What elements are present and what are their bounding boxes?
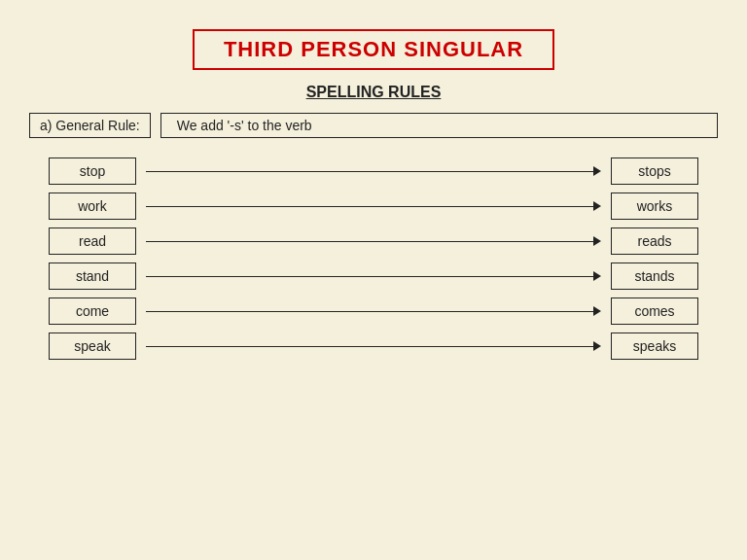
section-subtitle: SPELLING RULES: [306, 84, 442, 101]
general-rule-label: a) General Rule:: [29, 113, 151, 138]
title-box: THIRD PERSON SINGULAR: [193, 29, 554, 70]
arrow-head-icon: [593, 166, 601, 176]
verb-row: readreads: [49, 228, 698, 255]
verb-row: comecomes: [49, 298, 698, 325]
result-verb-box: reads: [611, 228, 698, 255]
arrow-head-icon: [593, 236, 601, 246]
base-verb-box: stop: [49, 158, 136, 185]
base-verb-box: work: [49, 192, 136, 220]
result-verb-box: works: [611, 192, 698, 220]
arrow-head-icon: [593, 341, 601, 351]
arrow-head-icon: [593, 271, 601, 281]
arrow-line: [146, 271, 601, 281]
result-verb-box: comes: [611, 298, 698, 325]
arrow-line: [146, 201, 601, 211]
base-verb-box: speak: [49, 332, 136, 360]
arrow-line: [146, 236, 601, 246]
verb-row: speakspeaks: [49, 332, 698, 360]
verb-row: workworks: [49, 192, 698, 220]
arrow-line: [146, 306, 601, 316]
arrow-line: [146, 341, 601, 351]
result-verb-box: stands: [611, 262, 698, 290]
verb-row: standstands: [49, 262, 698, 290]
base-verb-box: stand: [49, 262, 136, 290]
verb-row: stopstops: [49, 158, 698, 185]
base-verb-box: read: [49, 228, 136, 255]
arrow-head-icon: [593, 201, 601, 211]
base-verb-box: come: [49, 298, 136, 325]
general-rule-value: We add '-s' to the verb: [160, 113, 718, 138]
arrow-head-icon: [593, 306, 601, 316]
page-title: THIRD PERSON SINGULAR: [224, 37, 523, 61]
general-rule-row: a) General Rule: We add '-s' to the verb: [29, 113, 718, 138]
result-verb-box: stops: [611, 158, 698, 185]
verbs-list: stopstopsworkworksreadreadsstandstandsco…: [29, 158, 718, 360]
result-verb-box: speaks: [611, 332, 698, 360]
arrow-line: [146, 166, 601, 176]
